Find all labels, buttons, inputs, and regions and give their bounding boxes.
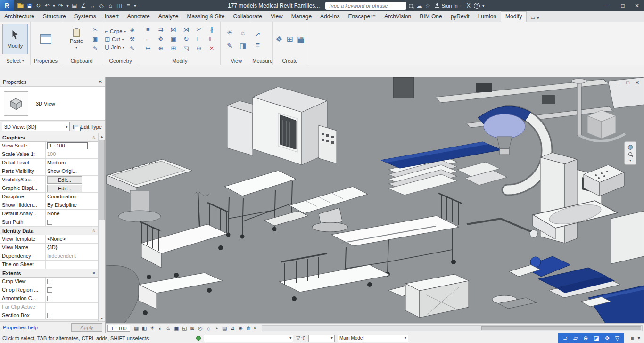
section-header-extents[interactable]: Extents «: [0, 269, 98, 278]
property-row[interactable]: View Name {3D}: [0, 244, 98, 252]
property-row[interactable]: Cr op Region ...: [0, 286, 98, 294]
design-options-combo[interactable]: Main Model ▾: [338, 335, 408, 342]
scrollbar-thumb[interactable]: [481, 326, 641, 330]
property-row[interactable]: View Scale 1 : 100: [0, 142, 98, 150]
offset-icon[interactable]: ⇉: [154, 25, 167, 34]
section-header-graphics[interactable]: Graphics «: [0, 133, 98, 142]
panel-label-modify[interactable]: Modify: [139, 57, 220, 65]
tab-add-ins[interactable]: Add-Ins: [316, 12, 344, 22]
property-row[interactable]: Crop View: [0, 278, 98, 286]
tab-structure[interactable]: Structure: [39, 12, 70, 22]
select-links-icon[interactable]: ⊃: [563, 335, 568, 342]
copy-to-clipboard-icon[interactable]: ▣: [91, 35, 99, 43]
property-row[interactable]: Dependency Independent: [0, 252, 98, 261]
detail-level-icon[interactable]: ▦: [132, 325, 140, 331]
analytical-model-icon[interactable]: ⊿: [229, 325, 237, 331]
hide-elements-icon[interactable]: ☀: [223, 26, 236, 39]
worksharing-display-icon[interactable]: ◔: [213, 326, 221, 331]
corner-trim-icon[interactable]: ⌐: [141, 34, 154, 44]
viewbar-collapse-icon[interactable]: «: [254, 326, 260, 331]
property-row[interactable]: Show Hidden... By Discipline: [0, 201, 98, 210]
crop-region-icon[interactable]: ◱: [181, 325, 189, 331]
tab-insert[interactable]: Insert: [100, 12, 123, 22]
aligned-dimension-icon[interactable]: ↔: [88, 0, 97, 11]
reveal-hidden-icon[interactable]: ☼: [205, 326, 213, 331]
save-icon[interactable]: [25, 0, 33, 11]
panel-label-geometry[interactable]: Geometry: [102, 57, 139, 65]
rendering-dialog-icon[interactable]: ♨: [165, 325, 173, 331]
property-value[interactable]: Medium: [46, 159, 98, 167]
zoom-icon[interactable]: [628, 152, 632, 156]
properties-scrollbar[interactable]: ▲ ▼: [98, 133, 105, 321]
scrollbar-thumb[interactable]: [99, 140, 105, 220]
type-selector[interactable]: 3D View: {3D} ▾: [2, 122, 70, 131]
tab-systems[interactable]: Systems: [70, 12, 100, 22]
panel-label-select[interactable]: Select ▾: [0, 57, 30, 65]
panel-label-create[interactable]: Create: [273, 57, 307, 65]
trim-multiple-icon[interactable]: ⊩: [205, 34, 218, 44]
status-chevron-icon[interactable]: ▾: [637, 335, 640, 341]
align-icon[interactable]: ≡: [141, 25, 154, 34]
graphics-edit-button[interactable]: Edit...: [47, 185, 82, 192]
mirror-axis-icon[interactable]: ⋈: [167, 25, 180, 34]
default-3d-view-icon[interactable]: ⌂: [106, 0, 115, 11]
join-button[interactable]: ⋃ Join ▾: [105, 44, 126, 50]
view-minimize-button[interactable]: –: [618, 80, 620, 86]
pin-icon[interactable]: ⊕: [154, 44, 167, 53]
shadows-icon[interactable]: ◐: [157, 326, 165, 331]
tab-annotate[interactable]: Annotate: [123, 12, 154, 22]
sign-in-button[interactable]: Sign In ▾: [432, 3, 464, 8]
properties-help-link[interactable]: Properties help: [3, 325, 38, 330]
worksets-icon[interactable]: [196, 336, 201, 341]
close-button[interactable]: ✕: [630, 0, 644, 11]
trim-single-icon[interactable]: ⊢: [192, 34, 205, 44]
scroll-down-icon[interactable]: ▼: [99, 315, 105, 321]
edit-type-button[interactable]: Edit Type: [72, 124, 103, 130]
cut-geometry-button[interactable]: ◫ Cut ▾: [105, 36, 126, 42]
property-row[interactable]: View Template <None>: [0, 235, 98, 244]
panel-label-view[interactable]: View: [221, 57, 252, 65]
property-row[interactable]: Far Clip Active: [0, 303, 98, 311]
create-parts-icon[interactable]: ▦: [297, 34, 305, 44]
property-row[interactable]: Sun Path: [0, 218, 98, 227]
extend-icon[interactable]: ↦: [141, 44, 154, 53]
maximize-button[interactable]: □: [616, 0, 630, 11]
section-icon[interactable]: ◫: [115, 0, 124, 11]
redo-chevron-icon[interactable]: ▾: [66, 0, 70, 11]
temporary-hide-icon[interactable]: ◎: [197, 325, 205, 331]
property-row[interactable]: Detail Level Medium: [0, 159, 98, 167]
crop-view-icon[interactable]: ▣: [173, 325, 181, 331]
qat-customize-icon[interactable]: ▾: [133, 0, 137, 11]
scroll-up-icon[interactable]: ▲: [99, 133, 105, 139]
measure-between-icon[interactable]: ↗: [255, 30, 261, 39]
split-icon[interactable]: ✂: [192, 25, 205, 34]
displacement-sets-icon[interactable]: ◈: [237, 325, 245, 331]
tab-lumion[interactable]: Lumion: [474, 12, 501, 22]
visibility-edit-button[interactable]: Edit...: [47, 176, 82, 184]
paint-icon[interactable]: ◈: [128, 25, 136, 34]
navbar-chevron-icon[interactable]: ▾: [629, 158, 631, 163]
view-scale-input[interactable]: 1 : 100: [47, 142, 88, 149]
panel-label-clipboard[interactable]: Clipboard: [61, 57, 102, 65]
property-row[interactable]: Title on Sheet: [0, 261, 98, 269]
sun-path-checkbox[interactable]: [47, 220, 52, 225]
selection-filter-icon[interactable]: ▽: [615, 335, 619, 342]
redo-icon[interactable]: ↷: [57, 0, 65, 11]
view-close-button[interactable]: ✕: [635, 80, 639, 86]
select-by-face-icon[interactable]: ◪: [594, 335, 599, 342]
reveal-constraints-icon[interactable]: ⋒: [245, 325, 253, 331]
property-value[interactable]: None: [46, 210, 98, 218]
cut-profile-icon[interactable]: ◨: [236, 39, 249, 52]
undo-icon[interactable]: ↶: [43, 0, 51, 11]
tab-massing-site[interactable]: Massing & Site: [183, 12, 229, 22]
property-row[interactable]: Discipline Coordination: [0, 193, 98, 201]
select-pinned-icon[interactable]: ⊕: [583, 335, 588, 342]
temporary-view-properties-icon[interactable]: ▤: [221, 325, 229, 331]
communication-center-icon[interactable]: ☁: [415, 0, 423, 11]
property-row[interactable]: Annotation C...: [0, 294, 98, 303]
annotation-crop-checkbox[interactable]: [47, 296, 52, 301]
property-row[interactable]: Parts Visibility Show Origi...: [0, 167, 98, 176]
move-icon[interactable]: ✥: [154, 34, 167, 44]
sun-path-icon[interactable]: ☀: [149, 325, 157, 331]
tab-archvision[interactable]: ArchVision: [380, 12, 415, 22]
